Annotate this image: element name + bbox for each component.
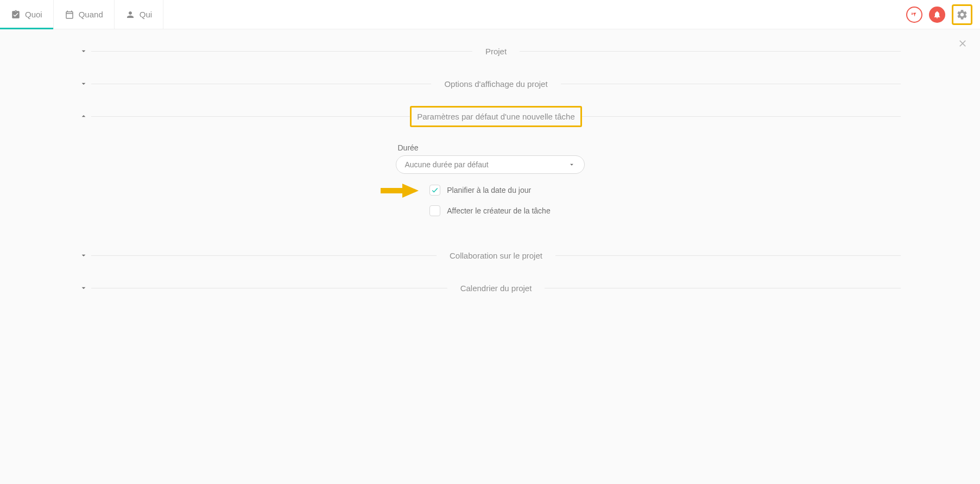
section-title: Projet [472,47,520,56]
chevron-toggle[interactable] [79,251,91,260]
divider [582,116,901,117]
close-icon [957,38,968,49]
checkbox-planifier[interactable] [429,185,440,196]
chevron-down-icon [79,79,88,88]
divider [555,255,901,256]
notifications-button[interactable] [929,7,945,23]
divider [91,255,437,256]
close-button[interactable] [957,38,968,51]
section-collaboration-header[interactable]: Collaboration sur le projet [0,239,980,272]
divider [91,84,431,84]
tab-label: Quand [79,10,103,19]
tab-quand[interactable]: Quand [54,0,115,29]
tab-quoi[interactable]: Quoi [0,0,54,29]
duree-select-value: Aucune durée par défaut [405,160,489,169]
topbar-actions: + [906,0,980,29]
chevron-toggle[interactable] [79,79,91,88]
settings-button[interactable] [956,8,969,21]
chevron-down-icon [79,47,88,55]
tab-label: Quoi [25,10,42,19]
duree-field: Durée Aucune durée par défaut [396,143,585,174]
chevron-toggle[interactable] [79,284,91,292]
chevron-toggle[interactable] [79,47,91,55]
checkbox-label: Affecter le créateur de la tâche [447,206,550,215]
tab-label: Qui [140,10,152,19]
chevron-down-icon [79,251,88,260]
chevron-toggle[interactable] [79,112,91,121]
default-task-checkboxes: Planifier à la date du jour Affecter le … [429,185,550,226]
section-title-highlighted: Paramètres par défaut d'une nouvelle tâc… [410,106,582,127]
svg-marker-1 [381,184,419,198]
divider [91,116,410,117]
gear-highlight-box [952,4,972,25]
chevron-down-icon [79,284,88,292]
chevron-up-icon [79,112,88,121]
topbar-tabs: Quoi Quand Qui [0,0,163,29]
bell-icon [933,10,941,19]
section-title: Collaboration sur le projet [437,251,555,260]
filter-button[interactable]: + [906,7,922,23]
check-row-planifier: Planifier à la date du jour [429,185,550,196]
divider [545,288,901,288]
gear-icon [956,9,968,21]
check-icon [431,186,439,194]
arrow-annotation [381,181,419,202]
settings-panel: Projet Options d'affichage du projet Par… [0,29,980,304]
chevron-down-icon [568,161,576,168]
section-projet-header[interactable]: Projet [0,35,980,67]
section-title: Calendrier du projet [447,284,545,293]
divider [520,51,901,52]
person-icon [125,10,135,20]
filter-plus-icon: + [911,11,918,18]
clipboard-check-icon [11,10,21,20]
divider [561,84,901,84]
calendar-icon [65,10,74,20]
section-options-affichage-header[interactable]: Options d'affichage du projet [0,67,980,100]
checkbox-affecter[interactable] [429,205,440,216]
section-defauts-tache-body: Durée Aucune durée par défaut Planifier … [0,133,980,239]
section-calendrier-header[interactable]: Calendrier du projet [0,272,980,304]
divider [91,288,447,288]
check-row-affecter: Affecter le créateur de la tâche [429,205,550,216]
duree-select[interactable]: Aucune durée par défaut [396,155,585,174]
svg-text:+: + [912,12,914,15]
section-title: Options d'affichage du projet [431,79,560,89]
checkbox-label: Planifier à la date du jour [447,186,531,194]
tab-qui[interactable]: Qui [115,0,163,29]
duree-label: Durée [396,143,585,152]
divider [91,51,472,52]
topbar: Quoi Quand Qui + [0,0,980,29]
section-defauts-tache-header[interactable]: Paramètres par défaut d'une nouvelle tâc… [0,100,980,133]
